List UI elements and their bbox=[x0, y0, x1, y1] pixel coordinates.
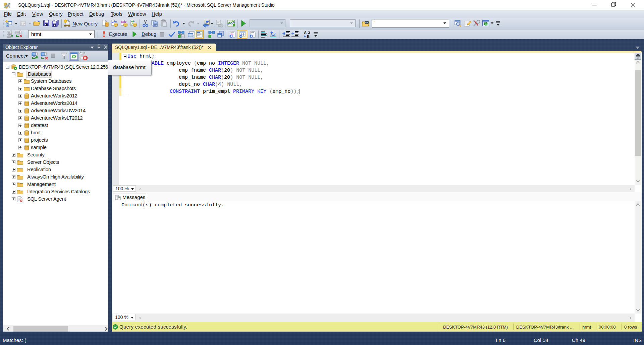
svg-text:B: B bbox=[307, 34, 310, 39]
svg-text:101: 101 bbox=[251, 31, 254, 33]
svg-text:A: A bbox=[304, 30, 307, 34]
svg-text:101: 101 bbox=[230, 31, 234, 33]
